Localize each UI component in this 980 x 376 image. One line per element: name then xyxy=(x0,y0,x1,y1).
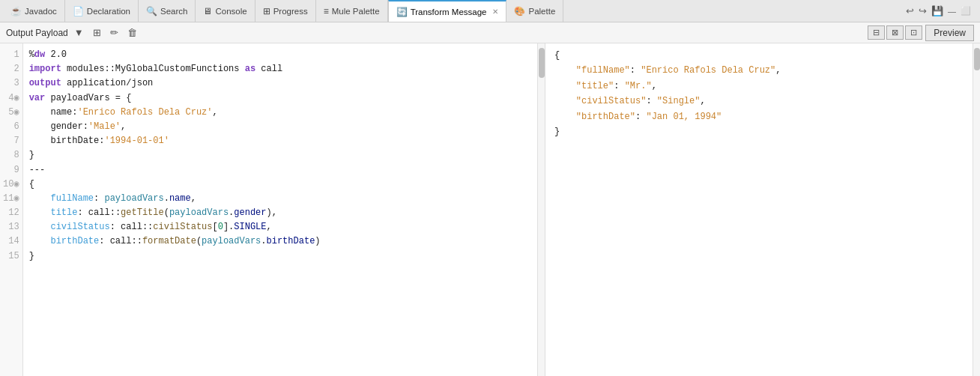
window-controls: ↩ ↪ 💾 — ⬜ xyxy=(906,5,977,16)
tab-label-declaration: Declaration xyxy=(87,7,130,16)
mule-palette-icon: ≡ xyxy=(324,6,329,16)
split-vertical-btn[interactable]: ⊠ xyxy=(886,25,904,40)
preview-button[interactable]: Preview xyxy=(925,25,974,41)
tab-bar: ☕ Javadoc 📄 Declaration 🔍 Search 🖥 Conso… xyxy=(0,0,980,22)
editor-scrollbar[interactable] xyxy=(537,43,545,376)
tab-progress[interactable]: ⊞ Progress xyxy=(255,0,316,22)
code-content[interactable]: %dw 2.0 import modules::MyGlobalCustomFu… xyxy=(23,43,537,376)
redo-icon[interactable]: ↪ xyxy=(919,5,927,16)
undo-icon[interactable]: ↩ xyxy=(906,5,914,16)
console-icon: 🖥 xyxy=(203,6,212,16)
tab-label-progress: Progress xyxy=(273,7,308,16)
code-editor: 1 2 3 4◉ 5◉ 6 7 8 9 10◉ 11◉ 12 13 14 15 … xyxy=(0,43,545,376)
tab-palette[interactable]: 🎨 Palette xyxy=(506,0,563,22)
output-label: Output Payload xyxy=(6,28,68,38)
dropdown-btn[interactable]: ▼ xyxy=(71,25,87,40)
maximize-icon[interactable]: ⬜ xyxy=(961,6,971,16)
output-scrollbar-thumb[interactable] xyxy=(974,48,980,70)
output-scrollbar[interactable] xyxy=(973,43,980,376)
full-view-btn[interactable]: ⊡ xyxy=(905,25,922,40)
tab-console[interactable]: 🖥 Console xyxy=(196,0,255,22)
tab-declaration[interactable]: 📄 Declaration xyxy=(65,0,139,22)
output-panel: { "fullName": "Enrico Rafols Dela Cruz",… xyxy=(545,43,980,376)
main-content: 1 2 3 4◉ 5◉ 6 7 8 9 10◉ 11◉ 12 13 14 15 … xyxy=(0,43,980,376)
save-icon[interactable]: 💾 xyxy=(931,5,943,16)
view-buttons: ⊟ ⊠ ⊡ xyxy=(868,25,922,40)
delete-btn[interactable]: 🗑 xyxy=(124,25,140,40)
tab-javadoc[interactable]: ☕ Javadoc xyxy=(3,0,65,22)
palette-icon: 🎨 xyxy=(514,6,525,16)
tab-transform-message[interactable]: 🔄 Transform Message ✕ xyxy=(388,0,507,22)
tab-label-console: Console xyxy=(215,7,246,16)
javadoc-icon: ☕ xyxy=(10,6,22,16)
transform-icon: 🔄 xyxy=(396,7,408,17)
editor-scrollbar-thumb[interactable] xyxy=(539,48,545,78)
tab-mule-palette[interactable]: ≡ Mule Palette xyxy=(316,0,388,22)
minimize-icon[interactable]: — xyxy=(948,7,956,16)
tab-label-search: Search xyxy=(160,7,187,16)
tab-label-javadoc: Javadoc xyxy=(25,7,57,16)
toolbar: Output Payload ▼ ⊞ ✏ 🗑 ⊟ ⊠ ⊡ Preview xyxy=(0,22,980,43)
edit-btn[interactable]: ✏ xyxy=(107,25,121,40)
search-icon: 🔍 xyxy=(146,6,157,16)
tab-label-palette: Palette xyxy=(528,7,555,16)
output-content[interactable]: { "fullName": "Enrico Rafols Dela Cruz",… xyxy=(545,43,980,376)
declaration-icon: 📄 xyxy=(73,6,84,16)
line-numbers: 1 2 3 4◉ 5◉ 6 7 8 9 10◉ 11◉ 12 13 14 15 xyxy=(0,43,23,376)
progress-icon: ⊞ xyxy=(263,6,270,16)
tab-label-transform: Transform Message xyxy=(411,7,487,16)
tab-label-mule-palette: Mule Palette xyxy=(332,7,380,16)
tab-search[interactable]: 🔍 Search xyxy=(139,0,196,22)
close-transform-tab[interactable]: ✕ xyxy=(492,7,498,16)
split-horizontal-btn[interactable]: ⊟ xyxy=(868,25,885,40)
layout-btn[interactable]: ⊞ xyxy=(90,25,104,40)
